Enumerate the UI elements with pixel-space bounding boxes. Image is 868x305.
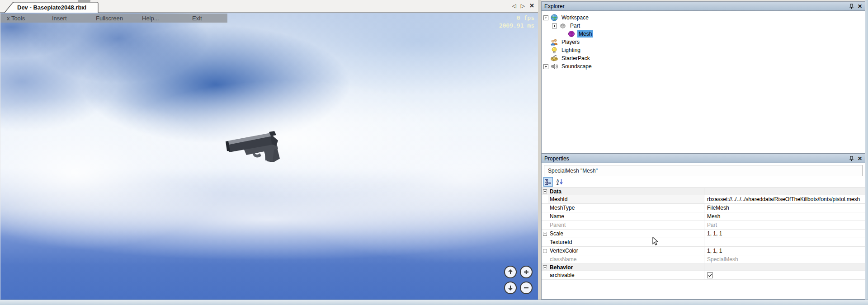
tree-item-soundscape[interactable]: Soundscape [542,62,865,70]
properties-header[interactable]: Properties ✕ [542,154,865,163]
tab-scroll-right-icon[interactable]: ▷ [521,3,525,9]
property-row-textureid[interactable]: TextureId [542,238,865,247]
property-value[interactable]: SpecialMesh [704,255,865,263]
tree-item-lighting[interactable]: Lighting [542,46,865,54]
zoom-out-button[interactable] [520,282,533,294]
explorer-close-icon[interactable]: ✕ [858,4,862,9]
property-value[interactable] [704,238,865,246]
tab-scroll-left-icon[interactable]: ◁ [512,3,516,9]
property-name: className [548,255,704,263]
explorer-title: Explorer [544,3,849,9]
expand-plus-icon[interactable] [552,23,557,28]
property-name: MeshType [548,204,704,212]
collapse-minus-icon[interactable] [543,265,547,269]
workspace-icon [551,14,558,21]
starterpack-icon [551,55,558,62]
property-value[interactable]: Part [704,221,865,229]
menu-item-xtools[interactable]: x Tools [7,15,25,22]
expand-plus-icon[interactable] [543,15,548,20]
tree-item-label: Lighting [560,47,582,54]
expand-plus-icon[interactable] [543,232,547,236]
game-menu-bar: x ToolsInsertFullscreenHelp...Exit [0,14,227,23]
property-grid: Data MeshId rbxasset://../../../sharedda… [542,188,865,280]
window-bottom-border [0,300,868,305]
alphabetical-sort-button[interactable]: A Z [555,177,565,187]
roblox-studio-window: Dev - Baseplate2048.rbxl ◁ ▷ ✕ x ToolsIn… [0,0,868,305]
section-row-behavior[interactable]: Behavior [542,264,865,271]
properties-toolbar: A Z [542,176,865,188]
pin-icon[interactable] [849,4,854,9]
menu-item-exit[interactable]: Exit [192,15,202,22]
property-name: VertexColor [548,247,704,255]
property-row-archivable[interactable]: archivable [542,271,865,280]
collapse-minus-icon[interactable] [543,189,547,193]
property-name: MeshId [548,195,704,203]
tree-item-players[interactable]: Players [542,38,865,46]
property-value[interactable]: rbxasset://../../../shareddata/RiseOfThe… [704,195,865,203]
menu-item-help[interactable]: Help... [142,15,159,22]
up-arrow-icon [507,269,514,275]
document-tab[interactable]: Dev - Baseplate2048.rbxl [4,1,99,13]
panel-splitter[interactable] [538,0,541,300]
tree-item-starterpack[interactable]: StarterPack [542,54,865,62]
minus-icon [523,285,529,291]
property-value[interactable]: 1, 1, 1 [704,230,865,238]
tab-close-icon[interactable]: ✕ [529,3,534,9]
property-name: Behavior [548,264,704,271]
property-value [704,264,865,271]
pin-icon[interactable] [849,156,854,161]
tree-item-label: StarterPack [560,55,591,62]
categorized-view-icon [545,179,552,185]
property-row-scale[interactable]: Scale 1, 1, 1 [542,230,865,238]
selected-object-label: SpecialMesh "Mesh" [548,168,598,174]
3d-viewport[interactable]: x ToolsInsertFullscreenHelp...Exit 0 fps… [0,13,538,300]
property-row-name[interactable]: Name Mesh [542,212,865,221]
window-right-border [865,0,868,300]
explorer-tree: Workspace Part Mesh Players Lighting Sta… [542,11,865,70]
zoom-in-button[interactable] [520,266,533,278]
property-name: archivable [548,271,704,279]
menu-item-fullscreen[interactable]: Fullscreen [96,15,123,22]
tree-item-label: Workspace [560,14,590,21]
properties-panel: Properties ✕ SpecialMesh "Mesh" [541,154,865,300]
tree-item-mesh-selected[interactable]: Mesh [542,30,865,38]
viewport-pane: Dev - Baseplate2048.rbxl ◁ ▷ ✕ x ToolsIn… [0,0,538,300]
archivable-checkbox[interactable] [707,272,713,278]
tree-item-label: Mesh [577,30,593,38]
section-row-data[interactable]: Data [542,188,865,195]
camera-up-button[interactable] [504,266,517,278]
fps-value: 0 fps [499,14,534,22]
properties-body: SpecialMesh "Mesh" A [542,165,865,300]
properties-title: Properties [544,155,849,162]
property-name: Data [548,188,704,195]
tree-item-workspace[interactable]: Workspace [542,14,865,22]
selected-object-box[interactable]: SpecialMesh "Mesh" [544,165,863,176]
menu-item-insert[interactable]: Insert [52,15,67,22]
svg-text:Z: Z [557,182,559,185]
properties-close-icon[interactable]: ✕ [858,156,862,161]
part-icon [559,22,566,29]
az-sort-icon: A Z [557,178,563,185]
fps-counter: 0 fps 2009.91 ms [499,14,534,29]
camera-down-button[interactable] [504,282,517,294]
property-value[interactable]: Mesh [704,212,865,221]
plus-icon [523,269,529,275]
property-value[interactable]: FileMesh [704,204,865,212]
property-value[interactable] [704,271,865,279]
property-row-meshid[interactable]: MeshId rbxasset://../../../shareddata/Ri… [542,195,865,204]
pistol-mesh-model[interactable] [217,124,290,165]
document-tab-bar: Dev - Baseplate2048.rbxl ◁ ▷ ✕ [0,0,538,13]
expand-plus-icon[interactable] [543,249,547,253]
property-row-classname[interactable]: className SpecialMesh [542,255,865,264]
property-row-meshtype[interactable]: MeshType FileMesh [542,204,865,212]
tree-item-part[interactable]: Part [542,22,865,30]
property-row-vertexcolor[interactable]: VertexColor 1, 1, 1 [542,247,865,255]
explorer-header[interactable]: Explorer ✕ [542,2,865,11]
property-value[interactable]: 1, 1, 1 [704,247,865,255]
expand-plus-icon[interactable] [543,64,548,69]
property-name: Scale [548,230,704,238]
explorer-panel: Explorer ✕ Workspace Part Mesh Players [541,1,865,154]
property-row-parent[interactable]: Parent Part [542,221,865,230]
categorized-view-button[interactable] [543,177,553,187]
mesh-icon [568,30,575,38]
